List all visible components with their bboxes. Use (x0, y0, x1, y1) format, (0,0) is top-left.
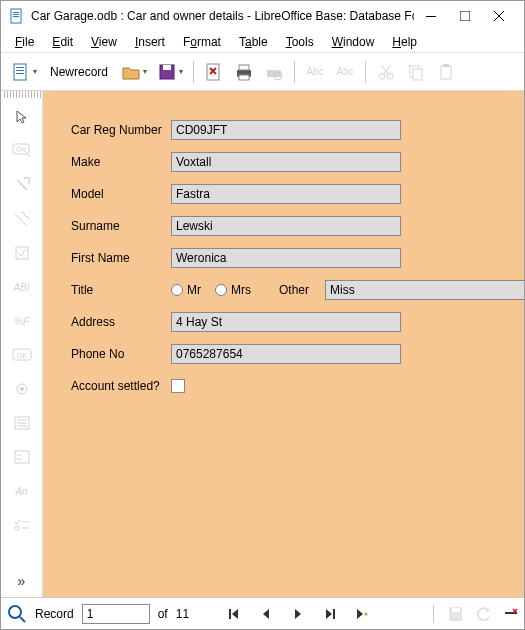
new-record-nav-button[interactable] (355, 607, 369, 621)
save-record-button (448, 607, 462, 621)
main-area: OK ABI %F OK An » Car Reg Number Make Mo… (1, 91, 524, 597)
row-address: Address (71, 311, 401, 333)
radio-mrs[interactable] (215, 284, 227, 296)
new-doc-button[interactable]: ▾ (7, 58, 41, 86)
ok-click-button[interactable]: OK (9, 139, 35, 163)
open-button[interactable]: ▾ (117, 58, 151, 86)
radio-tool-button[interactable] (9, 377, 35, 401)
row-settled: Account settled? (71, 375, 185, 397)
input-phone[interactable] (171, 344, 401, 364)
menu-tools[interactable]: Tools (278, 33, 322, 51)
print-preview-button (260, 58, 288, 86)
ok-box-button[interactable]: OK (9, 343, 35, 367)
chevron-down-icon: ▾ (33, 67, 37, 76)
input-reg[interactable] (171, 120, 401, 140)
delete-record-button[interactable] (504, 607, 518, 621)
menu-insert[interactable]: Insert (127, 33, 173, 51)
print-button[interactable] (230, 58, 258, 86)
menu-bar: File Edit View Insert Format Table Tools… (1, 31, 524, 53)
main-toolbar: ▾ Newrecord ▾ ▾ Abc Abc (1, 53, 524, 91)
abi-button[interactable]: ABI (9, 275, 35, 299)
input-other-title[interactable] (325, 280, 525, 300)
menu-help[interactable]: Help (384, 33, 425, 51)
minimize-button[interactable] (414, 5, 448, 27)
pf-button[interactable]: %F (9, 309, 35, 333)
svg-rect-13 (163, 65, 171, 70)
list-tool-button[interactable] (9, 411, 35, 435)
side-toolbar: OK ABI %F OK An » (1, 91, 43, 597)
pointer-tool-button[interactable] (9, 105, 35, 129)
chevron-down-icon: ▾ (179, 67, 183, 76)
toolbar-separator (193, 61, 194, 83)
of-label: of (158, 607, 168, 621)
next-record-button[interactable] (291, 607, 305, 621)
chevron-down-icon: ▾ (143, 67, 147, 76)
svg-rect-8 (14, 64, 26, 80)
export-pdf-button[interactable] (200, 58, 228, 86)
menu-file[interactable]: File (7, 33, 42, 51)
double-wrench-button[interactable] (9, 207, 35, 231)
mr-text: Mr (187, 283, 201, 297)
an-label: An (15, 486, 27, 497)
toolbar-drag-handle[interactable] (4, 91, 46, 98)
menu-window[interactable]: Window (324, 33, 383, 51)
menu-format[interactable]: Format (175, 33, 229, 51)
close-button[interactable] (482, 5, 516, 27)
row-phone: Phone No (71, 343, 401, 365)
input-address[interactable] (171, 312, 401, 332)
menu-edit[interactable]: Edit (44, 33, 81, 51)
label-model: Model (71, 187, 171, 201)
pf-label: %F (14, 316, 29, 327)
window-titlebar: Car Garage.odb : Car and owner details -… (1, 1, 524, 31)
svg-rect-2 (13, 14, 19, 15)
document-icon (9, 8, 25, 24)
wrench-button[interactable] (9, 173, 35, 197)
svg-rect-24 (410, 66, 419, 77)
input-surname[interactable] (171, 216, 401, 236)
input-firstname[interactable] (171, 248, 401, 268)
search-icon[interactable] (7, 604, 27, 624)
svg-line-46 (20, 617, 25, 622)
svg-rect-47 (229, 609, 231, 619)
menu-view[interactable]: View (83, 33, 125, 51)
first-record-button[interactable] (227, 607, 241, 621)
radio-mr-label[interactable]: Mr (171, 283, 201, 297)
input-make[interactable] (171, 152, 401, 172)
prev-record-button[interactable] (259, 607, 273, 621)
label-settled: Account settled? (71, 379, 171, 393)
input-model[interactable] (171, 184, 401, 204)
form-tool-button[interactable] (9, 445, 35, 469)
more-tools-button[interactable]: » (18, 573, 26, 589)
checkbox-settled[interactable] (171, 379, 185, 393)
svg-rect-51 (452, 608, 460, 612)
menu-table[interactable]: Table (231, 33, 276, 51)
last-record-button[interactable] (323, 607, 337, 621)
svg-rect-4 (426, 16, 436, 17)
checklist-button[interactable] (9, 513, 35, 537)
record-navbar: Record of 11 (1, 597, 524, 630)
record-number-input[interactable] (82, 604, 150, 624)
newrecord-button[interactable]: Newrecord (43, 58, 115, 86)
row-reg: Car Reg Number (71, 119, 401, 141)
svg-line-22 (382, 65, 391, 76)
radio-mr[interactable] (171, 284, 183, 296)
checkbox-tool-button[interactable] (9, 241, 35, 265)
save-color-button[interactable]: ▾ (153, 58, 187, 86)
toolbar-separator (365, 61, 366, 83)
svg-point-45 (9, 606, 21, 618)
spellcheck-button: Abc (301, 58, 329, 86)
window-title: Car Garage.odb : Car and owner details -… (31, 9, 414, 23)
svg-rect-18 (267, 70, 281, 77)
radio-mrs-label[interactable]: Mrs (215, 283, 251, 297)
svg-rect-27 (443, 64, 449, 67)
maximize-button[interactable] (448, 5, 482, 27)
nav-separator (433, 605, 434, 623)
row-title: Title Mr Mrs Other (71, 279, 525, 301)
autospell-button: Abc (331, 58, 359, 86)
record-label: Record (35, 607, 74, 621)
svg-rect-25 (413, 69, 422, 80)
undo-button (476, 607, 490, 621)
paste-button (432, 58, 460, 86)
svg-text:OK: OK (16, 146, 26, 153)
an-button[interactable]: An (9, 479, 35, 503)
